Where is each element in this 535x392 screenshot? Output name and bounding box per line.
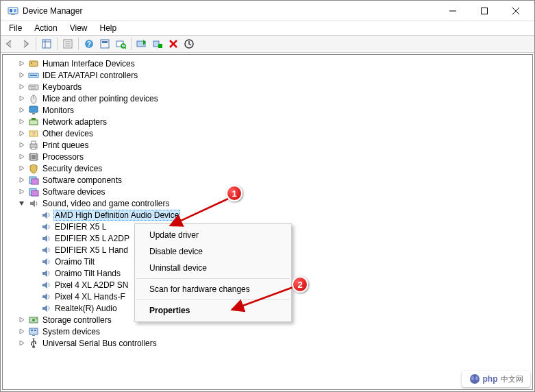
svg-rect-66 [32,335,35,336]
tree-category-label: Network adapters [41,117,108,127]
tree-category[interactable]: Security devices [4,162,531,174]
tree-category[interactable]: Mice and other pointing devices [4,93,531,104]
svg-point-73 [471,376,474,380]
tree-category[interactable]: Keyboards [4,81,531,93]
close-button[interactable] [500,1,532,21]
chevron-right-icon[interactable] [16,59,26,69]
svg-rect-40 [32,113,35,114]
tree-category[interactable]: Print queues [4,139,531,151]
security-icon [28,163,39,174]
help-button[interactable]: ? [82,36,97,51]
chevron-right-icon[interactable] [16,175,26,185]
ctx-update-driver[interactable]: Update driver [136,227,290,243]
svg-rect-65 [34,330,36,331]
menu-file[interactable]: File [3,22,27,34]
other-icon: ? [28,128,39,139]
tree-device[interactable]: AMD High Definition Audio Device [4,209,531,221]
disable-button[interactable] [166,36,181,51]
svg-point-69 [35,342,36,343]
chevron-right-icon[interactable] [16,315,26,325]
speaker-icon [40,280,51,291]
speaker-icon [40,291,51,302]
svg-rect-2 [14,9,16,12]
annotation-callout-2: 2 [292,276,308,293]
monitor-icon [28,105,39,116]
svg-text:?: ? [32,131,36,137]
svg-point-67 [32,345,35,348]
svg-rect-35 [34,86,36,87]
svg-rect-23 [153,41,159,47]
chevron-right-icon[interactable] [16,187,26,197]
svg-rect-59 [32,191,38,196]
tree-category[interactable]: Monitors [4,104,531,116]
elephant-icon [469,373,480,384]
tree-category[interactable]: Network adapters [4,116,531,127]
processor-icon [28,151,39,162]
svg-rect-36 [31,88,36,88]
svg-point-72 [470,374,480,384]
svg-point-62 [36,318,37,319]
uninstall-button[interactable] [150,36,165,51]
scan-hardware-button[interactable] [113,36,128,51]
ctx-uninstall-device[interactable]: Uninstall device [136,260,290,276]
action-button[interactable] [97,36,112,51]
ctx-separator [136,299,290,300]
tree-category[interactable]: IDE ATA/ATAPI controllers [4,69,531,81]
chevron-right-icon[interactable] [16,82,26,92]
svg-point-74 [475,376,478,380]
tree-category-label: Sound, video and game controllers [41,199,171,208]
svg-rect-28 [29,61,38,66]
chevron-down-icon[interactable] [16,199,26,208]
minimize-button[interactable] [437,1,469,21]
hid-icon [28,58,39,69]
svg-rect-34 [32,86,34,87]
toolbar-separator [131,38,132,50]
chevron-right-icon[interactable] [16,71,26,80]
speaker-icon [40,233,51,244]
back-button[interactable] [2,36,17,51]
svg-rect-42 [32,118,36,120]
speaker-icon [40,268,51,279]
menu-help[interactable]: Help [95,22,123,34]
chevron-right-icon[interactable] [16,106,26,115]
svg-rect-33 [30,86,32,87]
software-icon [28,175,39,186]
tree-category[interactable]: Universal Serial Bus controllers [4,337,531,349]
tree-category[interactable]: ?Other devices [4,127,531,139]
ctx-disable-device[interactable]: Disable device [136,243,290,260]
svg-rect-5 [482,8,488,14]
tree-device-label: Realtek(R) Audio [53,304,119,313]
svg-rect-8 [42,40,51,48]
update-driver-button[interactable] [134,36,149,51]
tree-category[interactable]: System devices [4,326,531,337]
svg-rect-17 [101,40,109,48]
show-hide-tree-button[interactable] [39,36,54,51]
chevron-right-icon[interactable] [16,140,26,150]
tree-category[interactable]: Sound, video and game controllers [4,197,531,209]
tree-device-label: Oraimo Tilt [53,257,96,267]
menu-action[interactable]: Action [29,22,62,34]
tree-device-label: Pixel 4 XL A2DP SN [53,280,129,290]
tree-category[interactable]: Processors [4,151,531,162]
chevron-right-icon[interactable] [16,117,26,127]
tree-category[interactable]: Human Interface Devices [4,58,531,69]
chevron-right-icon[interactable] [16,327,26,336]
chevron-right-icon[interactable] [16,152,26,162]
device-tree-panel[interactable]: Human Interface DevicesIDE ATA/ATAPI con… [2,54,533,390]
enable-button[interactable] [182,36,197,51]
menu-view[interactable]: View [64,22,93,34]
ctx-scan-hardware[interactable]: Scan for hardware changes [136,281,290,297]
chevron-right-icon[interactable] [16,129,26,138]
chevron-right-icon[interactable] [16,94,26,103]
forward-button[interactable] [18,36,33,51]
chevron-right-icon[interactable] [16,339,26,348]
tree-category[interactable]: Software devices [4,186,531,197]
ctx-properties[interactable]: Properties [136,302,290,319]
tree-category-label: Security devices [41,164,103,173]
chevron-right-icon[interactable] [16,164,26,173]
svg-rect-57 [32,179,38,184]
maximize-button[interactable] [469,1,500,21]
svg-rect-63 [29,328,38,334]
tree-category[interactable]: Software components [4,174,531,186]
properties-button[interactable] [60,36,75,51]
